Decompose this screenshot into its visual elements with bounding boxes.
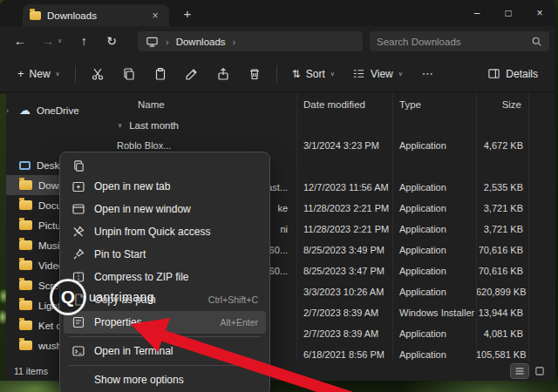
file-date: 3/3/2023 10:26 AM	[296, 287, 392, 297]
new-tab-icon	[71, 179, 85, 193]
view-toggles	[511, 364, 548, 378]
delete-button[interactable]	[242, 64, 267, 84]
menu-item-show-more-options[interactable]: Show more options	[64, 368, 266, 391]
close-button[interactable]: ×	[524, 0, 555, 26]
chevron-down-icon: ∨	[330, 71, 335, 78]
folder-icon	[19, 280, 32, 290]
file-date: 8/25/2023 3:47 PM	[296, 266, 392, 276]
tab-close-icon[interactable]: ×	[148, 10, 162, 22]
group-header-last-month[interactable]: ∨ Last month	[112, 116, 555, 135]
menu-item-compress-to-zip[interactable]: Compress to ZIP file	[64, 266, 266, 288]
details-view-toggle[interactable]	[511, 364, 528, 378]
onedrive-cloud-icon: ☁	[19, 104, 31, 117]
sort-icon: ⇅	[292, 68, 301, 80]
share-button[interactable]	[211, 64, 235, 84]
copy-button[interactable]	[117, 64, 141, 84]
column-divider[interactable]	[392, 93, 393, 362]
new-tab-button[interactable]: +	[178, 3, 197, 23]
see-more-button[interactable]: ⋯	[415, 64, 440, 84]
expand-chevron-icon[interactable]: ›	[6, 106, 9, 115]
search-box[interactable]	[370, 31, 549, 51]
details-button-label: Details	[506, 68, 538, 80]
chevron-down-icon: ∨	[398, 71, 403, 78]
sort-button[interactable]: ⇅ Sort ∨	[287, 64, 340, 84]
terminal-icon	[71, 344, 85, 358]
copy-icon	[122, 67, 136, 81]
history-chevron-icon[interactable]: ∨	[58, 37, 62, 44]
column-header-name[interactable]: Name	[112, 99, 296, 110]
thumbnails-view-toggle[interactable]	[531, 364, 548, 378]
breadcrumb-folder[interactable]: Downloads	[176, 37, 226, 47]
folder-icon	[19, 321, 32, 330]
menu-item-pin-to-start[interactable]: Pin to Start	[64, 243, 266, 266]
cut-button[interactable]	[85, 64, 110, 84]
toolbar-divider	[276, 65, 277, 83]
tab-title: Downloads	[47, 10, 97, 21]
view-button[interactable]: View ∨	[347, 64, 408, 84]
new-button[interactable]: + New ∨	[12, 64, 65, 84]
column-header-type[interactable]: Type	[392, 99, 476, 110]
file-size: 13,944 KB	[476, 308, 528, 318]
folder-icon	[19, 341, 32, 350]
menu-item-label: Compress to ZIP file	[94, 271, 188, 283]
share-icon	[216, 67, 230, 81]
file-size: 70,616 KB	[476, 245, 528, 255]
pin-icon	[71, 247, 85, 261]
downloads-folder-icon	[19, 180, 32, 190]
back-button[interactable]: ←	[12, 34, 28, 48]
search-icon	[531, 36, 542, 47]
explorer-tab[interactable]: Downloads ×	[23, 4, 169, 26]
paste-button[interactable]	[148, 64, 173, 84]
sidebar-item-label: Ket c	[38, 321, 61, 331]
file-type: Windows Installer ...	[392, 308, 476, 318]
menu-item-label: Open in new tab	[94, 180, 170, 193]
menu-item-properties[interactable]: Properties Alt+Enter	[64, 311, 266, 334]
up-button[interactable]: ↑	[76, 34, 92, 48]
menu-item-copy-as-path[interactable]: Copy as path Ctrl+Shift+C	[64, 288, 266, 311]
group-chevron-icon[interactable]: ∨	[118, 122, 122, 129]
column-header-date-modified[interactable]: Date modified	[296, 99, 392, 110]
breadcrumb-chevron-icon[interactable]: ›	[233, 37, 236, 47]
file-size: 4,672 KB	[476, 140, 528, 151]
column-divider[interactable]	[528, 93, 529, 362]
new-button-label: New	[30, 68, 51, 80]
properties-icon	[71, 315, 85, 329]
breadcrumb[interactable]: › Downloads ›	[138, 31, 363, 51]
forward-button[interactable]: →	[40, 34, 56, 48]
menu-item-open-in-terminal[interactable]: Open in Terminal	[64, 340, 266, 362]
refresh-button[interactable]: ↻	[104, 34, 119, 48]
column-divider[interactable]	[476, 93, 477, 362]
file-date: 11/28/2023 2:21 PM	[296, 203, 392, 213]
cut-icon	[91, 67, 105, 81]
plus-icon: +	[17, 67, 24, 80]
maximize-button[interactable]: □	[493, 0, 524, 26]
rename-icon	[185, 67, 199, 81]
minimize-button[interactable]: –	[461, 0, 493, 26]
search-input[interactable]	[377, 37, 526, 47]
file-size: 3,721 KB	[476, 203, 528, 213]
sidebar-item-onedrive[interactable]: › ☁ OneDrive	[0, 100, 112, 120]
menu-item-open-in-new-window[interactable]: Open in new window	[64, 198, 266, 220]
file-size: 4,081 KB	[476, 328, 528, 339]
sidebar-item-label: Light	[38, 301, 60, 311]
file-name: Roblo Blox...	[112, 140, 296, 151]
column-header-size[interactable]: Size	[476, 99, 528, 110]
menu-item-unpin-from-quick-access[interactable]: Unpin from Quick access	[64, 220, 266, 243]
file-type: Application	[392, 140, 476, 151]
chevron-down-icon: ∨	[56, 71, 60, 78]
column-divider[interactable]	[296, 93, 297, 362]
copy-quick-button[interactable]	[65, 156, 92, 175]
file-size: 620,899 KB	[476, 287, 528, 297]
details-pane-button[interactable]: Details	[482, 64, 543, 84]
breadcrumb-chevron-icon: ›	[166, 37, 169, 47]
menu-item-open-in-new-tab[interactable]: Open in new tab	[64, 175, 266, 198]
thumbnails-view-icon	[534, 366, 545, 376]
file-type: Application	[392, 349, 476, 360]
sort-button-label: Sort	[306, 68, 325, 80]
view-icon	[352, 67, 365, 80]
folder-icon	[30, 11, 41, 20]
menu-item-label: Show more options	[94, 374, 184, 386]
file-date: 11/28/2023 2:21 PM	[296, 224, 392, 234]
delete-icon	[248, 67, 262, 81]
rename-button[interactable]	[180, 64, 204, 84]
